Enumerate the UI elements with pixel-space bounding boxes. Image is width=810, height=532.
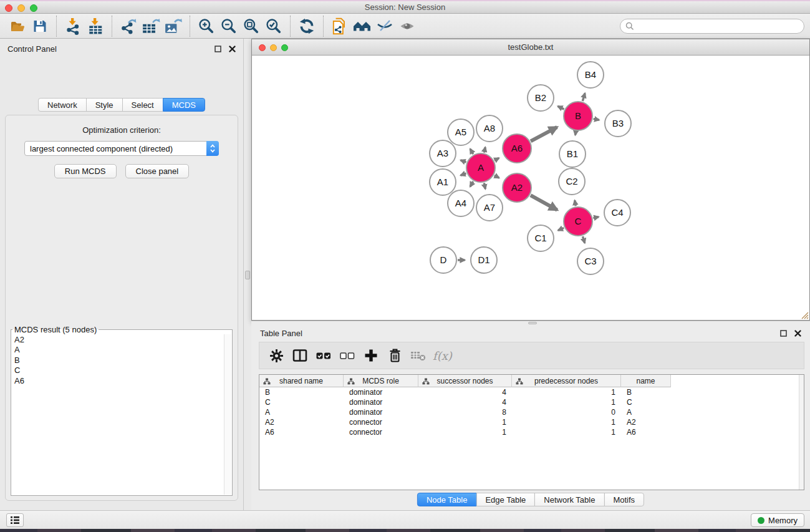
graph-node-B3[interactable]: B3 <box>605 110 631 137</box>
tab-network-table[interactable]: Network Table <box>534 493 604 506</box>
graph-node-A2[interactable]: A2 <box>503 173 531 202</box>
table-row[interactable]: Cdominator41C <box>259 397 804 407</box>
graph-node-A1[interactable]: A1 <box>430 169 456 195</box>
node-table[interactable]: shared nameMCDS rolesuccessor nodesprede… <box>259 374 804 490</box>
import-table-button[interactable] <box>84 16 107 37</box>
table-scrollbar[interactable] <box>799 375 804 490</box>
tab-style[interactable]: Style <box>86 98 123 112</box>
export-image-button[interactable] <box>162 16 185 37</box>
add-column-button[interactable] <box>359 344 383 367</box>
graph-node-B4[interactable]: B4 <box>577 62 604 88</box>
close-table-panel-button[interactable] <box>794 330 801 337</box>
graph-edge-B-B3[interactable] <box>594 119 599 120</box>
graph-edge-A6-B[interactable] <box>531 127 557 141</box>
panel-list-button[interactable] <box>6 513 24 527</box>
minimize-network-window-button[interactable] <box>270 44 277 51</box>
window-titlebar[interactable]: Session: New Session <box>0 0 810 14</box>
result-item[interactable]: B <box>14 355 224 365</box>
graph-edge-A-A8[interactable] <box>484 147 485 153</box>
result-item[interactable]: A2 <box>14 335 224 345</box>
tab-network[interactable]: Network <box>38 98 87 112</box>
network-window-titlebar[interactable]: testGlobe.txt <box>252 39 809 56</box>
graph-edge-A2-C[interactable] <box>531 195 557 210</box>
resize-grip-icon[interactable] <box>801 311 809 319</box>
graph-edge-B-B4[interactable] <box>582 93 585 101</box>
graph-node-A[interactable]: A <box>466 153 495 182</box>
show-details-button[interactable] <box>396 16 418 37</box>
graph-node-C[interactable]: C <box>564 207 592 236</box>
zoom-network-window-button[interactable] <box>281 44 288 51</box>
graph-edge-A-A6[interactable] <box>494 158 499 160</box>
unselect-all-button[interactable] <box>335 344 359 367</box>
result-item[interactable]: A <box>14 345 224 355</box>
function-builder-button[interactable]: f(x) <box>433 349 452 362</box>
graph-edge-A-A2[interactable] <box>494 175 499 178</box>
show-columns-button[interactable] <box>288 344 312 367</box>
graph-edge-A-A4[interactable] <box>470 181 473 186</box>
column-header-mcds-role[interactable]: MCDS role <box>344 375 418 387</box>
select-all-button[interactable] <box>312 344 335 367</box>
graph-edge-C-C4[interactable] <box>593 217 599 218</box>
mcds-result-list[interactable]: A2ABCA6 <box>12 334 224 495</box>
graph-edge-A-A7[interactable] <box>484 183 485 189</box>
graph-node-B[interactable]: B <box>564 102 592 130</box>
table-row[interactable]: A2connector11A2 <box>259 417 804 427</box>
result-item[interactable]: A6 <box>14 376 224 386</box>
graph-node-C3[interactable]: C3 <box>577 248 604 274</box>
result-scrollbar[interactable] <box>224 334 231 495</box>
graph-edge-C-C2[interactable] <box>575 200 576 206</box>
graph-node-A3[interactable]: A3 <box>430 140 456 167</box>
close-panel-icon-button[interactable] <box>229 46 236 52</box>
graph-node-C4[interactable]: C4 <box>604 200 630 226</box>
column-header-shared-name[interactable]: shared name <box>259 375 344 387</box>
graph-node-A4[interactable]: A4 <box>448 190 474 216</box>
graph-node-B2[interactable]: B2 <box>528 85 554 111</box>
tab-node-table[interactable]: Node Table <box>417 493 477 506</box>
export-network-button[interactable] <box>117 16 140 37</box>
graph-node-B1[interactable]: B1 <box>559 141 586 167</box>
graph-node-A8[interactable]: A8 <box>476 115 503 142</box>
table-row[interactable]: Adominator80A <box>259 407 804 417</box>
memory-button[interactable]: Memory <box>751 513 804 527</box>
search-input[interactable] <box>634 20 804 32</box>
import-network-from-db-button[interactable] <box>329 16 351 37</box>
delete-column-button[interactable] <box>383 344 407 367</box>
float-table-panel-button[interactable] <box>780 330 787 337</box>
close-network-window-button[interactable] <box>259 44 266 51</box>
graph-node-A7[interactable]: A7 <box>476 195 503 221</box>
result-item[interactable]: C <box>14 365 224 375</box>
delete-table-button[interactable] <box>407 344 430 367</box>
criterion-select[interactable]: largest connected component (directed) <box>24 141 219 156</box>
column-header-successor-nodes[interactable]: successor nodes <box>418 375 512 387</box>
graph-edge-A-A3[interactable] <box>461 160 466 162</box>
column-header-predecessor-nodes[interactable]: predecessor nodes <box>512 375 621 387</box>
graph-edge-B-B1[interactable] <box>576 132 576 135</box>
splitter-grip[interactable] <box>245 271 250 279</box>
home-button[interactable] <box>351 16 374 37</box>
network-graph[interactable]: B4B2BB3A8A5A6A3B1AA1C2A2A4A7C4CC1C3DD1 <box>252 56 809 320</box>
tab-motifs[interactable]: Motifs <box>604 493 644 506</box>
refresh-layout-button[interactable] <box>296 16 318 37</box>
zoom-out-button[interactable] <box>218 16 240 37</box>
save-session-button[interactable] <box>29 16 51 37</box>
export-table-button[interactable] <box>140 16 162 37</box>
table-row[interactable]: A6connector11A6 <box>259 427 804 437</box>
zoom-fit-button[interactable] <box>240 16 263 37</box>
close-panel-button[interactable]: Close panel <box>125 164 190 178</box>
graph-edge-C-C1[interactable] <box>558 228 564 230</box>
zoom-in-button[interactable] <box>195 16 218 37</box>
zoom-selected-button[interactable] <box>263 16 285 37</box>
tab-edge-table[interactable]: Edge Table <box>476 493 535 506</box>
table-settings-button[interactable] <box>264 344 288 367</box>
graph-node-A6[interactable]: A6 <box>503 134 531 163</box>
tab-mcds[interactable]: MCDS <box>163 98 205 112</box>
graph-edge-A-A1[interactable] <box>461 173 466 175</box>
tab-select[interactable]: Select <box>122 98 163 112</box>
graph-node-C2[interactable]: C2 <box>559 168 585 195</box>
run-mcds-button[interactable]: Run MCDS <box>54 164 117 178</box>
graph-edge-A-A5[interactable] <box>470 149 473 154</box>
column-header-name[interactable]: name <box>621 375 671 387</box>
graph-node-A5[interactable]: A5 <box>448 119 474 145</box>
search-field[interactable] <box>620 19 804 34</box>
open-session-button[interactable] <box>6 16 29 37</box>
